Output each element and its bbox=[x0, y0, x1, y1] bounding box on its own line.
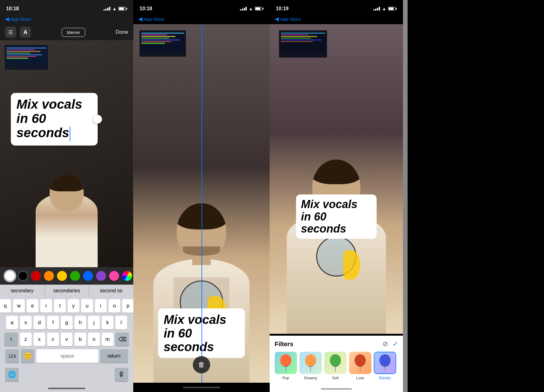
key-v[interactable]: v bbox=[61, 333, 73, 346]
filter-done-button[interactable]: ✓ bbox=[392, 340, 398, 348]
key-m[interactable]: m bbox=[102, 333, 113, 346]
key-f[interactable]: f bbox=[47, 316, 59, 329]
key-x[interactable]: x bbox=[33, 333, 45, 346]
keyboard-bottom: 🌐 🎙 bbox=[0, 367, 133, 385]
autocomplete-bar: secondary secondaries second so bbox=[0, 285, 133, 297]
panel-1: 10:18 ▲ ◀ App Store bbox=[0, 0, 133, 392]
filter-label-soft: Soft bbox=[332, 376, 338, 380]
key-u[interactable]: u bbox=[81, 299, 93, 313]
keyboard: q w e r t y u i o p a s d f g h j k bbox=[0, 297, 133, 367]
delete-button[interactable]: 🗑 bbox=[193, 356, 210, 373]
color-green[interactable] bbox=[70, 271, 80, 281]
autocomplete-2[interactable]: second so bbox=[89, 285, 133, 297]
key-numbers[interactable]: 123 bbox=[5, 349, 19, 363]
meme-text-3: Mix vocals in 60 seconds bbox=[296, 194, 377, 239]
key-globe[interactable]: 🌐 bbox=[5, 368, 19, 381]
meme-line3-p2: in 60 seconds bbox=[301, 211, 372, 235]
svg-point-4 bbox=[330, 354, 341, 367]
home-indicator-1 bbox=[0, 385, 133, 392]
color-blue[interactable] bbox=[83, 271, 93, 281]
filter-cancel-button[interactable]: ⊘ bbox=[383, 340, 388, 348]
status-bar-3: 10:19 ▲ bbox=[270, 0, 403, 15]
status-icons-1: ▲ bbox=[104, 6, 127, 11]
key-c[interactable]: c bbox=[47, 333, 59, 346]
time-1: 10:18 bbox=[6, 6, 19, 11]
key-mic[interactable]: 🎙 bbox=[115, 368, 128, 381]
key-s[interactable]: s bbox=[20, 316, 32, 329]
app-store-bar-3[interactable]: ◀ App Store bbox=[270, 15, 403, 24]
key-j[interactable]: j bbox=[88, 316, 100, 329]
key-k[interactable]: k bbox=[102, 316, 113, 329]
wifi-icon-3: ▲ bbox=[382, 6, 386, 11]
filter-dreamy[interactable]: Dreamy bbox=[299, 352, 322, 380]
editor-toolbar: ☰ A Meme Done bbox=[0, 24, 133, 40]
color-purple[interactable] bbox=[96, 271, 106, 281]
color-yellow[interactable] bbox=[57, 271, 67, 281]
key-w[interactable]: w bbox=[13, 299, 25, 313]
autocomplete-0[interactable]: secondary bbox=[0, 285, 45, 297]
home-bar-2 bbox=[183, 387, 220, 388]
filter-pop[interactable]: Pop bbox=[275, 352, 297, 380]
status-bar-1: 10:18 ▲ bbox=[0, 0, 133, 15]
signal-icon-3 bbox=[373, 7, 380, 11]
app-store-bar-1[interactable]: ◀ App Store bbox=[0, 15, 133, 24]
key-d[interactable]: d bbox=[33, 316, 45, 329]
filter-thumb-soft bbox=[324, 352, 347, 374]
key-i[interactable]: i bbox=[95, 299, 107, 313]
key-shift[interactable]: ⇧ bbox=[4, 333, 18, 346]
color-pink[interactable] bbox=[109, 271, 119, 281]
key-emoji[interactable]: 🙂 bbox=[21, 349, 34, 363]
battery-icon-1 bbox=[118, 7, 127, 11]
meme-line3-p1: Mix vocals bbox=[301, 198, 372, 211]
key-h[interactable]: h bbox=[74, 316, 86, 329]
key-n[interactable]: n bbox=[88, 333, 100, 346]
meme-line2: in 60 seconds bbox=[16, 111, 92, 141]
color-gradient[interactable] bbox=[122, 271, 132, 281]
drag-handle[interactable] bbox=[93, 115, 102, 124]
wifi-icon-2: ▲ bbox=[249, 6, 253, 11]
key-r[interactable]: r bbox=[40, 299, 52, 313]
color-palette bbox=[0, 267, 133, 285]
key-o[interactable]: o bbox=[108, 299, 120, 313]
status-icons-3: ▲ bbox=[373, 6, 397, 11]
autocomplete-1[interactable]: secondaries bbox=[45, 285, 89, 297]
status-bar-2: 10:18 ▲ bbox=[133, 0, 270, 15]
app-store-label-1: App Store bbox=[11, 16, 31, 22]
key-p[interactable]: p bbox=[122, 299, 133, 313]
filters-header: Filters ⊘ ✓ bbox=[275, 340, 398, 348]
key-space[interactable]: space bbox=[36, 349, 98, 363]
wifi-icon-1: ▲ bbox=[112, 6, 117, 11]
key-z[interactable]: z bbox=[20, 333, 32, 346]
key-a[interactable]: a bbox=[6, 316, 18, 329]
app-store-bar-2[interactable]: ◀ App Store bbox=[133, 15, 270, 24]
color-black[interactable] bbox=[18, 271, 28, 281]
color-white[interactable] bbox=[5, 271, 15, 281]
svg-point-2 bbox=[305, 354, 316, 367]
time-3: 10:19 bbox=[276, 6, 289, 11]
key-backspace[interactable]: ⌫ bbox=[115, 333, 129, 346]
filters-section: Filters ⊘ ✓ bbox=[270, 336, 403, 386]
color-orange[interactable] bbox=[44, 271, 54, 281]
key-g[interactable]: g bbox=[61, 316, 73, 329]
meme-text-1[interactable]: Mix vocals in 60 seconds bbox=[11, 93, 98, 146]
split-line bbox=[201, 24, 202, 383]
key-q[interactable]: q bbox=[0, 299, 11, 313]
filter-soft[interactable]: Soft bbox=[324, 352, 347, 380]
filter-luxe[interactable]: Luxe bbox=[349, 352, 371, 380]
key-return[interactable]: return bbox=[100, 349, 128, 363]
done-button[interactable]: Done bbox=[116, 29, 128, 35]
back-arrow-3: ◀ bbox=[275, 15, 279, 22]
color-red[interactable] bbox=[31, 271, 41, 281]
key-y[interactable]: y bbox=[68, 299, 79, 313]
key-b[interactable]: b bbox=[74, 333, 86, 346]
font-button[interactable]: A bbox=[20, 27, 31, 38]
key-t[interactable]: t bbox=[54, 299, 66, 313]
meme-button[interactable]: Meme bbox=[62, 28, 85, 37]
key-row-2: a s d f g h j k l bbox=[1, 316, 132, 329]
menu-button[interactable]: ☰ bbox=[5, 27, 16, 38]
key-l[interactable]: l bbox=[115, 316, 127, 329]
filter-electric[interactable]: Electric bbox=[374, 352, 396, 380]
battery-icon-3 bbox=[388, 7, 397, 11]
filter-thumb-luxe bbox=[349, 352, 371, 374]
key-e[interactable]: e bbox=[27, 299, 38, 313]
